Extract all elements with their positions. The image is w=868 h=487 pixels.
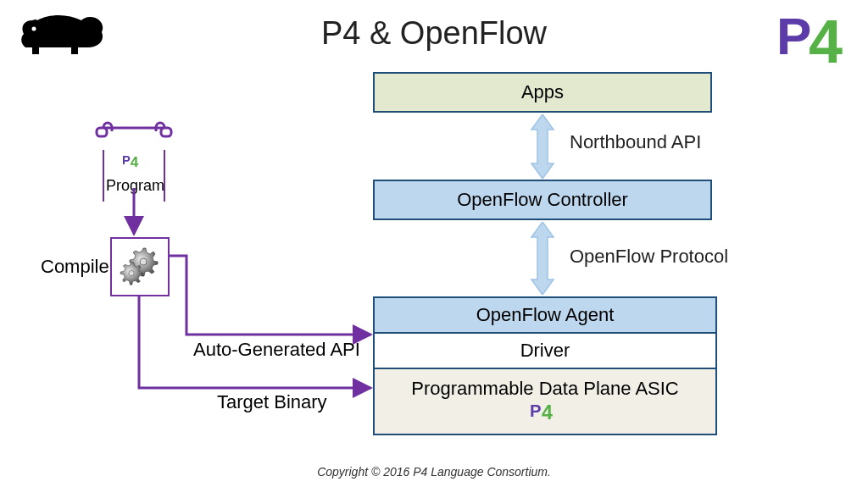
label-openflow-protocol: OpenFlow Protocol bbox=[570, 246, 728, 268]
svg-rect-4 bbox=[161, 128, 171, 136]
label-northbound-api: Northbound API bbox=[570, 131, 701, 153]
box-driver-label: Driver bbox=[520, 340, 570, 362]
svg-point-5 bbox=[140, 258, 147, 265]
box-controller-label: OpenFlow Controller bbox=[457, 189, 628, 211]
box-apps-label: Apps bbox=[521, 81, 564, 103]
box-openflow-controller: OpenFlow Controller bbox=[373, 180, 712, 220]
p4-letter-p: P bbox=[530, 401, 542, 420]
auto-generated-api-label: Auto-Generated API bbox=[193, 339, 360, 361]
slide-title: P4 & OpenFlow bbox=[0, 15, 868, 52]
box-asic-label: Programmable Data Plane ASIC bbox=[411, 379, 679, 399]
svg-point-6 bbox=[129, 270, 134, 275]
p4-logo-small-asic: P 4 bbox=[528, 401, 562, 424]
arrow-northbound bbox=[530, 114, 555, 179]
p4-letter-p: P bbox=[122, 153, 131, 167]
compile-label: Compile bbox=[41, 256, 109, 278]
p4-letter-4: 4 bbox=[542, 401, 553, 423]
box-agent-label: OpenFlow Agent bbox=[476, 304, 615, 326]
box-asic: Programmable Data Plane ASIC P 4 bbox=[373, 368, 717, 435]
p4-logo-small-program: P 4 bbox=[117, 153, 151, 177]
gear-icon bbox=[117, 242, 163, 291]
copyright-text: Copyright © 2016 P4 Language Consortium. bbox=[0, 465, 868, 479]
arrow-openflow-protocol bbox=[530, 222, 555, 295]
svg-marker-2 bbox=[531, 222, 554, 295]
compiler-box bbox=[110, 237, 170, 296]
svg-marker-1 bbox=[531, 114, 554, 179]
p4-program-scroll: P 4 Program bbox=[92, 118, 176, 202]
p4-letter-4: 4 bbox=[131, 154, 139, 170]
box-openflow-agent: OpenFlow Agent bbox=[373, 296, 717, 332]
target-binary-label: Target Binary bbox=[217, 391, 327, 413]
svg-rect-3 bbox=[97, 128, 107, 136]
box-driver: Driver bbox=[373, 332, 717, 368]
arrow-auto-generated-api bbox=[170, 256, 370, 335]
program-label: Program bbox=[106, 177, 164, 194]
box-apps: Apps bbox=[373, 72, 712, 113]
